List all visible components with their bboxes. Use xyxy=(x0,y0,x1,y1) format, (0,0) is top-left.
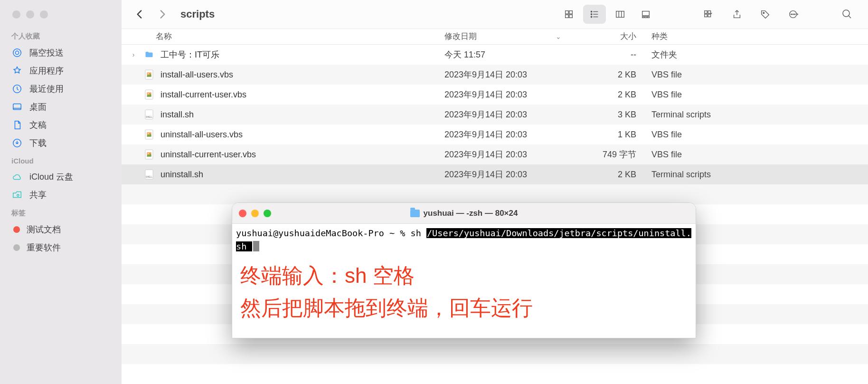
file-date: 2023年9月14日 20:03 xyxy=(444,69,570,80)
sidebar-item-label: 桌面 xyxy=(29,101,47,113)
column-view-button[interactable] xyxy=(609,5,632,24)
terminal-window[interactable]: yushuai — -zsh — 80×24 yushuai@yushuaide… xyxy=(232,202,696,338)
terminal-titlebar[interactable]: yushuai — -zsh — 80×24 xyxy=(232,203,696,224)
file-row[interactable]: SHELLinstall.sh2023年9月14日 20:033 KBTermi… xyxy=(122,105,868,125)
file-size: -- xyxy=(570,50,646,60)
svg-point-30 xyxy=(148,73,149,74)
svg-rect-18 xyxy=(705,11,708,14)
file-name: install.sh xyxy=(160,110,194,120)
svg-rect-8 xyxy=(566,15,568,18)
svg-rect-21 xyxy=(708,14,711,17)
file-date: 2023年9月14日 20:03 xyxy=(444,109,570,120)
svg-point-22 xyxy=(763,12,764,14)
file-kind: Terminal scripts xyxy=(646,110,868,120)
window-title: scripts xyxy=(180,8,552,20)
column-header-row: 名称 修改日期 ⌄ 大小 种类 xyxy=(122,29,868,45)
finder-sidebar: 个人收藏 隔空投送 应用程序 最近使用 桌面 文稿 下载 iCloud iCl xyxy=(0,0,122,384)
apps-icon xyxy=(11,65,23,77)
svg-rect-6 xyxy=(566,11,568,14)
forward-button[interactable] xyxy=(154,6,171,23)
icloud-icon xyxy=(11,171,23,182)
file-name: uninstall.sh xyxy=(160,170,203,180)
sidebar-item-desktop[interactable]: 桌面 xyxy=(0,98,122,116)
file-row[interactable]: install-all-users.vbs2023年9月14日 20:032 K… xyxy=(122,65,868,85)
terminal-body[interactable]: yushuai@yushuaideMacBook-Pro ~ % sh /Use… xyxy=(232,224,696,338)
sidebar-item-downloads[interactable]: 下载 xyxy=(0,134,122,152)
desktop-icon xyxy=(11,101,23,113)
file-icon xyxy=(143,69,155,80)
back-button[interactable] xyxy=(131,6,148,23)
file-size: 3 KB xyxy=(570,110,646,120)
svg-point-25 xyxy=(793,14,793,15)
sidebar-item-label: 文稿 xyxy=(29,119,47,131)
file-row[interactable]: SHELLuninstall.sh2023年9月14日 20:032 KBTer… xyxy=(122,164,868,184)
group-by-button[interactable] xyxy=(697,5,720,24)
file-date: 2023年9月14日 20:03 xyxy=(444,149,570,160)
svg-text:SHELL: SHELL xyxy=(146,116,153,118)
sidebar-item-label: 最近使用 xyxy=(29,83,64,95)
file-name: install-all-users.vbs xyxy=(160,70,233,80)
file-row[interactable]: uninstall-all-users.vbs2023年9月14日 20:031… xyxy=(122,125,868,144)
sidebar-item-tag-1[interactable]: 测试文档 xyxy=(0,221,122,239)
svg-point-5 xyxy=(17,194,19,196)
icon-view-button[interactable] xyxy=(557,5,580,24)
svg-point-12 xyxy=(591,16,592,17)
column-header-date[interactable]: 修改日期 ⌄ xyxy=(444,31,570,42)
sidebar-item-shared[interactable]: 共享 xyxy=(0,186,122,204)
svg-rect-9 xyxy=(569,15,572,18)
gallery-view-button[interactable] xyxy=(634,5,657,24)
window-controls[interactable] xyxy=(0,6,122,27)
sidebar-item-airdrop[interactable]: 隔空投送 xyxy=(0,44,122,62)
sidebar-item-label: 共享 xyxy=(29,189,47,201)
column-header-name[interactable]: 名称 xyxy=(122,31,444,42)
file-kind: VBS file xyxy=(646,130,868,140)
file-name: 工中号：IT可乐 xyxy=(160,49,219,60)
svg-rect-7 xyxy=(569,11,572,14)
sidebar-item-recents[interactable]: 最近使用 xyxy=(0,80,122,98)
tag-button[interactable] xyxy=(754,5,777,24)
column-header-size[interactable]: 大小 xyxy=(570,31,646,42)
sidebar-item-icloud-drive[interactable]: iCloud 云盘 xyxy=(0,168,122,186)
tag-dot-icon xyxy=(13,244,20,251)
svg-rect-13 xyxy=(616,11,624,18)
downloads-icon xyxy=(11,137,23,149)
close-window-icon[interactable] xyxy=(12,10,20,19)
share-button[interactable] xyxy=(726,5,748,24)
svg-rect-15 xyxy=(642,17,644,18)
recent-icon xyxy=(11,83,23,95)
svg-point-0 xyxy=(15,51,19,54)
file-kind: 文件夹 xyxy=(646,49,868,60)
svg-point-11 xyxy=(591,14,592,15)
close-window-icon[interactable] xyxy=(239,210,246,217)
disclosure-chevron-icon[interactable]: › xyxy=(129,51,138,58)
file-row[interactable]: ›工中号：IT可乐今天 11:57--文件夹 xyxy=(122,45,868,65)
list-view-button[interactable] xyxy=(583,5,606,24)
file-size: 2 KB xyxy=(570,170,646,180)
sort-indicator-icon: ⌄ xyxy=(556,33,561,40)
sidebar-item-tag-2[interactable]: 重要软件 xyxy=(0,239,122,257)
column-header-kind[interactable]: 种类 xyxy=(646,31,868,42)
minimize-window-icon[interactable] xyxy=(26,10,34,19)
file-size: 2 KB xyxy=(570,70,646,80)
zoom-window-icon[interactable] xyxy=(40,10,48,19)
sidebar-item-applications[interactable]: 应用程序 xyxy=(0,62,122,80)
file-icon: SHELL xyxy=(143,109,155,120)
zoom-window-icon[interactable] xyxy=(264,210,271,217)
sidebar-item-label: 应用程序 xyxy=(29,65,64,77)
file-row[interactable]: uninstall-current-user.vbs2023年9月14日 20:… xyxy=(122,144,868,164)
file-row[interactable]: install-current-user.vbs2023年9月14日 20:03… xyxy=(122,85,868,105)
file-kind: Terminal scripts xyxy=(646,170,868,180)
file-icon xyxy=(143,129,155,140)
file-list: ›工中号：IT可乐今天 11:57--文件夹install-all-users.… xyxy=(122,45,868,184)
minimize-window-icon[interactable] xyxy=(251,210,259,217)
svg-rect-17 xyxy=(648,17,650,18)
action-menu-button[interactable] xyxy=(783,5,805,24)
svg-rect-16 xyxy=(645,17,647,18)
terminal-prompt: yushuai@yushuaideMacBook-Pro ~ % sh xyxy=(236,228,426,238)
finder-toolbar: scripts xyxy=(122,0,868,29)
file-date: 2023年9月14日 20:03 xyxy=(444,129,570,140)
sidebar-item-documents[interactable]: 文稿 xyxy=(0,116,122,134)
svg-point-38 xyxy=(148,133,149,134)
search-button[interactable] xyxy=(836,5,859,24)
airdrop-icon xyxy=(11,47,23,58)
